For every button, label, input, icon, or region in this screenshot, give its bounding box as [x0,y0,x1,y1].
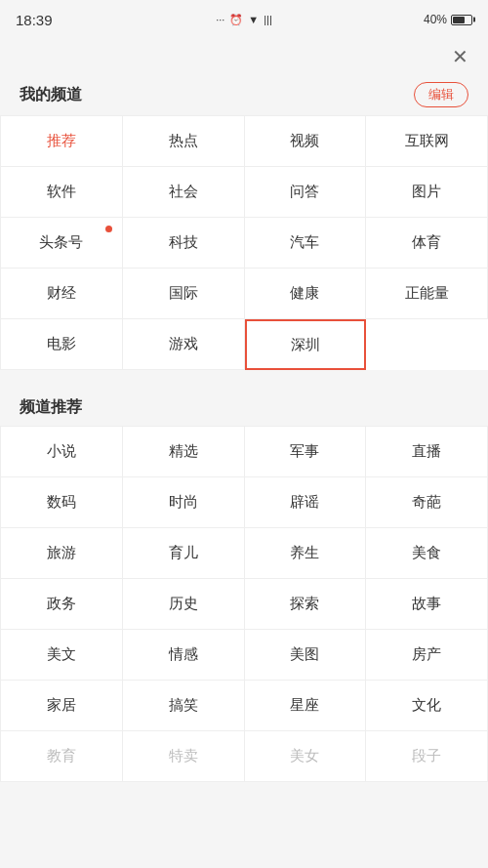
my-channel-cell[interactable]: 财经 [1,269,123,319]
wifi-icon: ▼ [248,14,259,25]
recommend-channel-cell[interactable]: 历史 [123,579,245,630]
status-right: 40% [424,13,472,26]
recommend-channel-cell[interactable]: 小说 [1,427,123,477]
recommend-channel-cell[interactable]: 时尚 [123,477,245,528]
recommend-channel-cell[interactable]: 旅游 [1,528,123,579]
my-channel-cell[interactable]: 正能量 [366,269,488,319]
status-icons: ··· ⏰ ▼ ||| [216,14,272,26]
recommend-channel-cell[interactable]: 育儿 [123,528,245,579]
recommend-channel-cell[interactable]: 直播 [366,427,488,477]
recommend-channel-cell[interactable]: 文化 [366,681,488,731]
my-channel-cell[interactable]: 热点 [123,116,245,167]
recommend-channels-grid: 小说精选军事直播数码时尚辟谣奇葩旅游育儿养生美食政务历史探索故事美文情感美图房产… [0,426,488,782]
status-time: 18:39 [16,12,53,28]
recommend-channels-section: 频道推荐 小说精选军事直播数码时尚辟谣奇葩旅游育儿养生美食政务历史探索故事美文情… [0,390,488,792]
recommend-channel-cell: 段子 [366,731,488,782]
battery-percent: 40% [424,13,447,26]
recommend-channel-cell: 教育 [1,731,123,782]
signal-bars: ||| [264,14,272,25]
recommend-channel-cell[interactable]: 精选 [123,427,245,477]
signal-dots: ··· [216,14,224,25]
recommend-channel-cell[interactable]: 养生 [245,528,367,579]
my-channel-cell[interactable]: 视频 [245,116,367,167]
recommend-channel-cell[interactable]: 美文 [1,630,123,681]
recommend-channel-cell: 美女 [245,731,367,782]
my-channels-section: 我的频道 编辑 推荐热点视频互联网软件社会问答图片头条号科技汽车体育财经国际健康… [0,74,488,380]
recommend-channel-cell[interactable]: 辟谣 [245,477,367,528]
recommend-channel-cell[interactable]: 星座 [245,681,367,731]
battery-icon [451,15,472,25]
my-channel-cell[interactable]: 健康 [245,269,367,319]
recommend-channel-cell[interactable]: 探索 [245,579,367,630]
recommend-channel-cell[interactable]: 家居 [1,681,123,731]
section-divider [0,380,488,390]
close-button[interactable]: ✕ [452,47,468,66]
recommend-channel-cell[interactable]: 奇葩 [366,477,488,528]
my-channel-cell[interactable]: 推荐 [1,116,123,167]
recommend-channel-cell[interactable]: 美图 [245,630,367,681]
my-channel-cell[interactable]: 软件 [1,167,123,218]
recommend-channels-title: 频道推荐 [20,397,82,418]
status-bar: 18:39 ··· ⏰ ▼ ||| 40% [0,0,488,39]
recommend-channel-cell[interactable]: 军事 [245,427,367,477]
recommend-channel-cell[interactable]: 故事 [366,579,488,630]
my-channels-title-row: 我的频道 编辑 [0,74,488,115]
recommend-channel-cell[interactable]: 房产 [366,630,488,681]
my-channel-cell[interactable]: 互联网 [366,116,488,167]
recommend-channel-cell[interactable]: 情感 [123,630,245,681]
red-dot [105,226,112,232]
my-channel-cell[interactable]: 游戏 [123,319,245,370]
my-channels-title: 我的频道 [20,85,82,105]
recommend-channel-cell[interactable]: 美食 [366,528,488,579]
my-channel-cell[interactable]: 国际 [123,269,245,319]
close-bar: ✕ [0,39,488,74]
recommend-channel-cell: 特卖 [123,731,245,782]
recommend-channels-title-row: 频道推荐 [0,390,488,426]
recommend-channel-cell[interactable]: 搞笑 [123,681,245,731]
my-channel-cell[interactable]: 电影 [1,319,123,370]
my-channel-cell[interactable]: 问答 [245,167,367,218]
recommend-channel-cell[interactable]: 数码 [1,477,123,528]
recommend-channel-cell[interactable]: 政务 [1,579,123,630]
edit-button[interactable]: 编辑 [414,82,468,107]
my-channel-cell[interactable]: 图片 [366,167,488,218]
my-channel-cell[interactable]: 头条号 [1,218,123,269]
my-channel-cell[interactable]: 深圳 [245,319,367,370]
my-channel-cell[interactable]: 社会 [123,167,245,218]
my-channel-cell[interactable]: 体育 [366,218,488,269]
my-channels-grid: 推荐热点视频互联网软件社会问答图片头条号科技汽车体育财经国际健康正能量电影游戏深… [0,115,488,370]
my-channel-cell[interactable]: 科技 [123,218,245,269]
my-channel-cell[interactable]: 汽车 [245,218,367,269]
alarm-icon: ⏰ [229,14,243,26]
